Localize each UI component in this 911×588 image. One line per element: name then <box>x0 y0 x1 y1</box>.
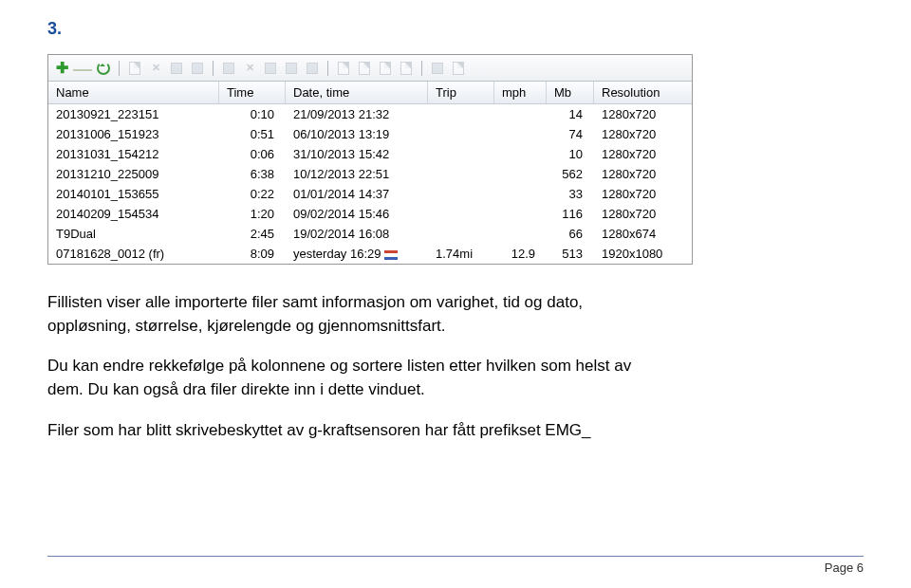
cell-mph <box>494 206 547 222</box>
cell-mb: 513 <box>547 246 594 262</box>
cell-name: 20140101_153655 <box>48 186 219 202</box>
cell-mb: 562 <box>547 166 594 182</box>
cell-name: 20131006_151923 <box>48 126 219 142</box>
window-icon[interactable] <box>263 61 278 76</box>
table-row[interactable]: 20140101_1536550:2201/01/2014 14:3733128… <box>48 184 692 204</box>
table-row[interactable]: 20131006_1519230:5106/10/2013 13:1974128… <box>48 124 692 144</box>
cell-date: 10/12/2013 22:51 <box>286 166 428 182</box>
flag-icon <box>384 250 398 260</box>
cell-name: 20130921_223151 <box>48 106 219 122</box>
toolbar-separator <box>119 61 120 76</box>
cell-res: 1280x720 <box>594 186 689 202</box>
col-name[interactable]: Name <box>48 82 219 103</box>
remove-icon[interactable]: — <box>75 61 90 76</box>
cell-res: 1280x720 <box>594 126 689 142</box>
col-date[interactable]: Date, time <box>286 82 428 103</box>
cell-date: yesterday 16:29 <box>286 246 428 262</box>
cell-trip: 1.74mi <box>428 246 494 262</box>
cell-res: 1280x720 <box>594 166 689 182</box>
table-row[interactable]: T9Dual2:4519/02/2014 16:08661280x674 <box>48 224 692 244</box>
cell-mph <box>494 186 547 202</box>
cell-res: 1920x1080 <box>594 246 689 262</box>
doc-add-icon[interactable] <box>378 61 393 76</box>
paragraph: Fillisten viser alle importerte filer sa… <box>47 291 655 338</box>
cell-time: 0:51 <box>219 126 286 142</box>
cell-name: 20131210_225009 <box>48 166 219 182</box>
unlink-icon[interactable]: ✕ <box>242 61 257 76</box>
cell-name: 20140209_154534 <box>48 206 219 222</box>
cell-mb: 116 <box>547 206 594 222</box>
cell-trip <box>428 126 494 142</box>
cell-time: 0:22 <box>219 186 286 202</box>
export-icon[interactable] <box>451 61 466 76</box>
cell-time: 1:20 <box>219 206 286 222</box>
col-time[interactable]: Time <box>219 82 286 103</box>
cut-icon[interactable]: ✕ <box>148 61 163 76</box>
column-headers: Name Time Date, time Trip mph Mb Resolut… <box>48 82 692 104</box>
table-row[interactable]: 07181628_0012 (fr)8:09yesterday 16:291.7… <box>48 244 692 264</box>
cell-res: 1280x674 <box>594 226 689 242</box>
cell-mph <box>494 126 547 142</box>
table-row[interactable]: 20130921_2231510:1021/09/2013 21:3214128… <box>48 104 692 124</box>
toolbar: ✚ — ✕ ✕ <box>48 55 692 82</box>
col-mb[interactable]: Mb <box>547 82 594 103</box>
page-footer: Page 6 <box>47 556 864 575</box>
paragraph: Du kan endre rekkefølge på kolonnene og … <box>47 355 655 401</box>
cell-time: 6:38 <box>219 166 286 182</box>
cell-time: 0:10 <box>219 106 286 122</box>
cell-time: 2:45 <box>219 226 286 242</box>
action-icon[interactable] <box>430 61 445 76</box>
cell-mph: 12.9 <box>494 246 547 262</box>
cell-mb: 33 <box>547 186 594 202</box>
panel-icon[interactable] <box>305 61 320 76</box>
cell-res: 1280x720 <box>594 206 689 222</box>
table-row[interactable]: 20140209_1545341:2009/02/2014 15:4611612… <box>48 204 692 224</box>
table-row[interactable]: 20131031_1542120:0631/10/2013 15:4210128… <box>48 144 692 164</box>
file-list-window: ✚ — ✕ ✕ Name Time Date, tim <box>47 54 693 265</box>
doc-remove-icon[interactable] <box>357 61 372 76</box>
cell-time: 8:09 <box>219 246 286 262</box>
cell-date: 19/02/2014 16:08 <box>286 226 428 242</box>
toolbar-separator <box>327 61 328 76</box>
cell-time: 0:06 <box>219 146 286 162</box>
cell-trip <box>428 146 494 162</box>
toolbar-separator <box>213 61 214 76</box>
doc-icon[interactable] <box>336 61 351 76</box>
toolbar-separator <box>421 61 422 76</box>
cell-res: 1280x720 <box>594 146 689 162</box>
cell-trip <box>428 166 494 182</box>
cell-date: 31/10/2013 15:42 <box>286 146 428 162</box>
cell-date: 09/02/2014 15:46 <box>286 206 428 222</box>
cell-mph <box>494 146 547 162</box>
body-text: Fillisten viser alle importerte filer sa… <box>47 291 655 442</box>
table-row[interactable]: 20131210_2250096:3810/12/2013 22:5156212… <box>48 164 692 184</box>
cell-date: 21/09/2013 21:32 <box>286 106 428 122</box>
cell-mph <box>494 166 547 182</box>
paste-icon[interactable] <box>190 61 205 76</box>
cell-date: 01/01/2014 14:37 <box>286 186 428 202</box>
cell-mb: 66 <box>547 226 594 242</box>
copy-icon[interactable] <box>169 61 184 76</box>
link-icon[interactable] <box>221 61 236 76</box>
cell-mb: 14 <box>547 106 594 122</box>
add-icon[interactable]: ✚ <box>54 61 69 76</box>
col-trip[interactable]: Trip <box>428 82 494 103</box>
windows-icon[interactable] <box>284 61 299 76</box>
cell-name: T9Dual <box>48 226 219 242</box>
cell-mb: 10 <box>547 146 594 162</box>
section-number: 3. <box>47 19 864 39</box>
doc-misc-icon[interactable] <box>399 61 414 76</box>
page-number: Page 6 <box>825 560 864 575</box>
cell-mph <box>494 106 547 122</box>
cell-date: 06/10/2013 13:19 <box>286 126 428 142</box>
col-mph[interactable]: mph <box>494 82 547 103</box>
cell-trip <box>428 106 494 122</box>
new-page-icon[interactable] <box>127 61 142 76</box>
col-res[interactable]: Resolution <box>594 82 689 103</box>
cell-name: 07181628_0012 (fr) <box>48 246 219 262</box>
refresh-icon[interactable] <box>96 61 111 76</box>
cell-trip <box>428 226 494 242</box>
cell-name: 20131031_154212 <box>48 146 219 162</box>
cell-mph <box>494 226 547 242</box>
cell-mb: 74 <box>547 126 594 142</box>
